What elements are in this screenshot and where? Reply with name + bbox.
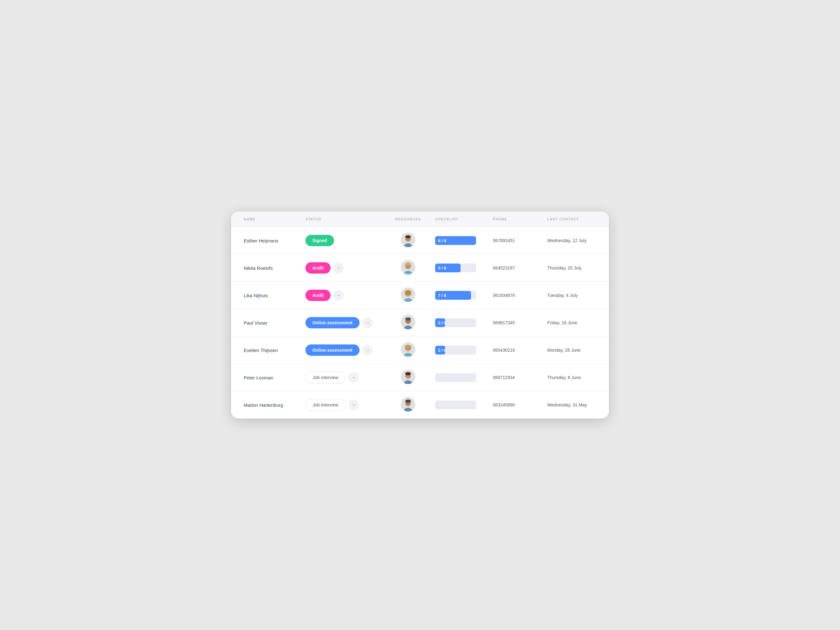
candidate-name: Lika Nijhuis [231,282,299,309]
svg-point-40 [406,376,407,376]
candidates-table: NAME STATUS RESOURCES CHECKLIST PHONE LA… [231,212,609,418]
candidate-name: Paul Visser [231,309,299,336]
header-status: STATUS [299,212,388,227]
svg-point-26 [406,321,407,321]
candidate-last-contact: Thursday, 8 June [541,364,609,392]
candidate-checklist: 8 / 8 [429,227,487,254]
candidate-last-contact: Tuesday, 4 July [541,282,609,309]
candidate-last-contact: Wednesday, 31 May [541,392,609,419]
candidate-avatar[interactable] [388,227,429,254]
svg-point-39 [405,372,411,375]
candidate-last-contact: Thursday, 20 July [541,254,609,282]
header-lastcontact: LAST CONTACT [541,212,609,227]
svg-point-21 [409,294,409,294]
svg-point-35 [409,348,409,349]
candidate-avatar[interactable] [388,254,429,282]
svg-point-27 [409,321,409,321]
svg-point-13 [409,266,409,267]
table-row: Esther HeijmansSigned 8 / 8067892451Wedn… [231,227,609,254]
candidate-last-contact: Wednesday, 12 July [541,227,609,254]
candidate-avatar[interactable] [388,282,429,309]
candidate-checklist: 7 / 8 [429,282,487,309]
svg-point-41 [409,376,409,376]
candidate-status[interactable]: Audit→ [299,254,388,282]
table-row: Peter LoomanJob interview→ 068712934Thur… [231,364,609,392]
candidate-checklist [429,364,487,392]
svg-point-4 [406,238,407,239]
candidate-phone: 065430219 [486,336,541,364]
candidate-avatar[interactable] [388,309,429,336]
candidate-phone: 068712934 [486,364,541,392]
candidate-status[interactable]: Signed [299,227,388,254]
svg-point-25 [405,317,411,321]
svg-rect-32 [405,347,406,350]
candidate-checklist [429,392,487,419]
status-arrow-button[interactable]: → [333,290,344,301]
candidate-status[interactable]: Job interview→ [299,392,388,419]
candidate-phone: 063245890 [486,392,541,419]
svg-point-45 [405,399,411,403]
svg-point-3 [405,235,411,238]
svg-point-5 [409,238,409,239]
candidate-avatar[interactable] [388,336,429,364]
status-arrow-button[interactable]: → [333,262,344,273]
table-row: Nikita RoelofsAudit→ 5 / 8064523197Thurs… [231,254,609,282]
svg-rect-19 [410,292,411,295]
header-name: NAME [231,212,299,227]
candidate-phone: 069817345 [486,309,541,336]
svg-rect-33 [410,347,411,350]
candidate-status[interactable]: Audit→ [299,282,388,309]
candidate-name: Nikita Roelofs [231,254,299,282]
candidate-checklist: 2 / 8 [429,336,487,364]
candidate-last-contact: Monday, 26 June [541,336,609,364]
status-arrow-button[interactable]: → [348,372,359,383]
candidate-status[interactable]: Online assessment→ [299,309,388,336]
main-card: NAME STATUS RESOURCES CHECKLIST PHONE LA… [231,212,609,418]
candidate-name: Peter Looman [231,364,299,392]
header-resources: RESOURCES [388,212,429,227]
candidate-phone: 067892451 [486,227,541,254]
table-row: Lika NijhuisAudit→ 7 / 8061934876Tuesday… [231,282,609,309]
status-arrow-button[interactable]: → [348,399,359,410]
candidate-name: Esther Heijmans [231,227,299,254]
svg-rect-10 [405,264,406,268]
candidate-last-contact: Friday, 16 June [541,309,609,336]
candidate-name: Evelien Thijssen [231,336,299,364]
candidate-avatar[interactable] [388,364,429,392]
table-row: Evelien ThijssenOnline assessment→ 2 / 8… [231,336,609,364]
candidate-avatar[interactable] [388,392,429,419]
status-arrow-button[interactable]: → [362,317,373,328]
candidate-phone: 061934876 [486,282,541,309]
svg-point-47 [409,403,409,404]
svg-rect-18 [405,292,406,295]
svg-point-20 [406,294,407,294]
candidate-checklist: 5 / 8 [429,254,487,282]
svg-rect-11 [410,264,411,268]
svg-point-12 [406,266,407,267]
candidate-name: Marlon Hartenburg [231,392,299,419]
candidate-checklist: 2 / 8 [429,309,487,336]
status-arrow-button[interactable]: → [362,345,373,355]
candidate-phone: 064523197 [486,254,541,282]
header-checklist: CHECKLIST [429,212,487,227]
svg-point-46 [406,403,407,404]
table-container: NAME STATUS RESOURCES CHECKLIST PHONE LA… [231,212,609,418]
table-row: Marlon HartenburgJob interview→ 06324589… [231,392,609,419]
svg-point-34 [406,348,407,349]
candidate-status[interactable]: Job interview→ [299,364,388,392]
table-row: Paul VisserOnline assessment→ 2 / 806981… [231,309,609,336]
candidate-status[interactable]: Online assessment→ [299,336,388,364]
header-phone: PHONE [486,212,541,227]
